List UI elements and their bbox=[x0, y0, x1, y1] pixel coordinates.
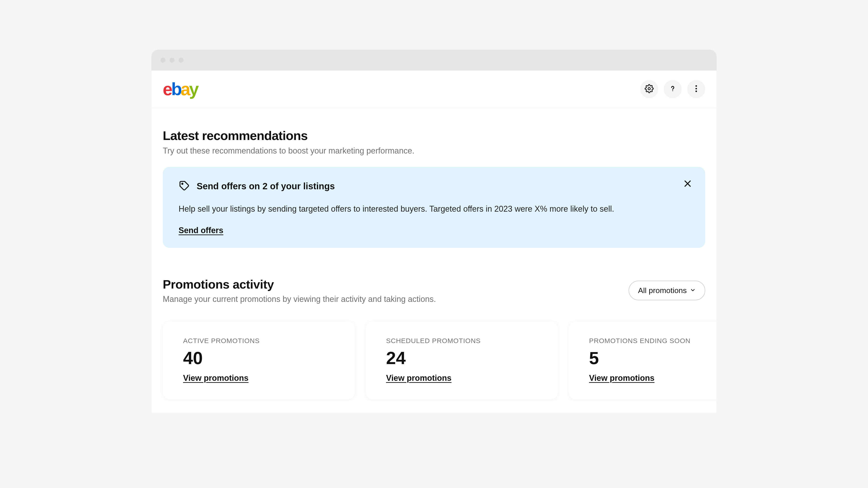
question-icon bbox=[668, 84, 677, 94]
kebab-icon bbox=[692, 84, 701, 94]
stat-value: 40 bbox=[183, 348, 335, 368]
active-promotions-card: ACTIVE PROMOTIONS 40 View promotions bbox=[163, 322, 355, 399]
recommendations-title: Latest recommendations bbox=[163, 128, 705, 143]
header-actions bbox=[640, 80, 705, 98]
recommendation-card-header: Send offers on 2 of your listings bbox=[179, 180, 689, 192]
scheduled-promotions-card: SCHEDULED PROMOTIONS 24 View promotions bbox=[366, 322, 558, 399]
stat-label: SCHEDULED PROMOTIONS bbox=[386, 337, 537, 345]
svg-point-3 bbox=[695, 88, 697, 90]
promotions-subtitle: Manage your current promotions by viewin… bbox=[163, 295, 436, 304]
recommendation-dismiss-button[interactable] bbox=[683, 179, 692, 189]
more-menu-button[interactable] bbox=[687, 80, 705, 98]
recommendation-card: Send offers on 2 of your listings Help s… bbox=[163, 167, 705, 248]
recommendation-card-body: Help sell your listings by sending targe… bbox=[179, 203, 664, 215]
window-titlebar bbox=[151, 50, 717, 70]
chevron-down-icon bbox=[690, 286, 696, 295]
view-promotions-link[interactable]: View promotions bbox=[183, 373, 248, 383]
ebay-logo[interactable]: ebay bbox=[163, 80, 197, 98]
recommendations-subtitle: Try out these recommendations to boost y… bbox=[163, 146, 705, 156]
svg-point-5 bbox=[182, 183, 183, 184]
send-offers-link[interactable]: Send offers bbox=[179, 226, 223, 235]
promotions-ending-soon-card: PROMOTIONS ENDING SOON 5 View promotions bbox=[569, 322, 717, 399]
browser-window: ebay Latest recommendations Try out thes bbox=[151, 50, 717, 413]
recommendation-card-title: Send offers on 2 of your listings bbox=[197, 181, 335, 191]
svg-point-0 bbox=[648, 88, 650, 90]
tag-icon bbox=[179, 180, 190, 192]
window-minimize-dot[interactable] bbox=[169, 58, 175, 63]
stat-value: 5 bbox=[589, 348, 711, 368]
view-promotions-link[interactable]: View promotions bbox=[589, 373, 654, 383]
window-close-dot[interactable] bbox=[160, 58, 165, 63]
svg-point-4 bbox=[695, 90, 697, 92]
promotions-title: Promotions activity bbox=[163, 277, 436, 291]
gear-icon bbox=[645, 84, 654, 94]
view-promotions-link[interactable]: View promotions bbox=[386, 373, 452, 383]
stat-value: 24 bbox=[386, 348, 537, 368]
stat-label: ACTIVE PROMOTIONS bbox=[183, 337, 335, 345]
app-header: ebay bbox=[151, 70, 717, 108]
help-button[interactable] bbox=[664, 80, 682, 98]
window-maximize-dot[interactable] bbox=[179, 58, 184, 63]
promotions-filter-label: All promotions bbox=[638, 286, 687, 295]
settings-button[interactable] bbox=[640, 80, 658, 98]
promotions-cards-row: ACTIVE PROMOTIONS 40 View promotions SCH… bbox=[163, 322, 705, 399]
svg-point-2 bbox=[695, 85, 697, 87]
page-content: Latest recommendations Try out these rec… bbox=[151, 108, 717, 413]
stat-label: PROMOTIONS ENDING SOON bbox=[589, 337, 711, 345]
promotions-filter-dropdown[interactable]: All promotions bbox=[629, 281, 705, 300]
promotions-header: Promotions activity Manage your current … bbox=[163, 277, 705, 304]
close-icon bbox=[683, 185, 692, 189]
